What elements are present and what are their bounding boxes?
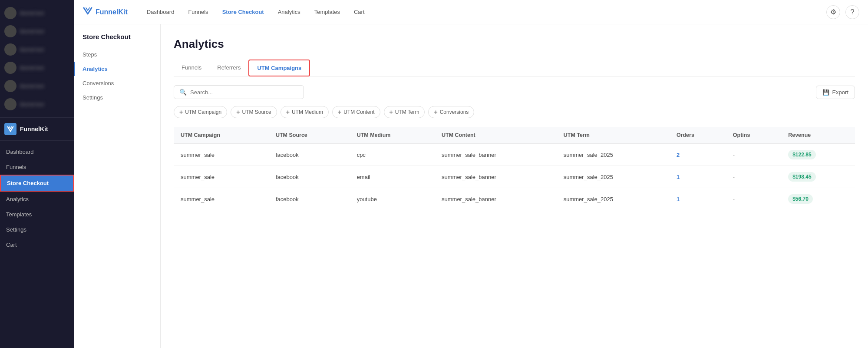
col-header-utm-campaign: UTM Campaign	[174, 127, 269, 144]
sidebar-item-label-dashboard: Dashboard	[6, 149, 34, 155]
sidebar-item-analytics[interactable]: Analytics	[0, 192, 74, 207]
chip-utm-content[interactable]: + UTM Content	[332, 106, 380, 118]
orders-link[interactable]: 1	[677, 174, 680, 180]
sidebar-item-settings[interactable]: Settings	[0, 222, 74, 237]
tab-utm-campaigns[interactable]: UTM Campaigns	[248, 60, 310, 76]
chip-conversions[interactable]: + Conversions	[428, 106, 474, 118]
sidebar-top-section: blurred text blurred text blurred text b…	[0, 0, 74, 118]
chip-plus-utm-term: +	[389, 109, 393, 116]
cell-orders[interactable]: 2	[670, 144, 726, 166]
avatar-5	[4, 80, 17, 92]
chip-label-utm-medium: UTM Medium	[292, 109, 323, 115]
chip-label-utm-campaign: UTM Campaign	[185, 109, 221, 115]
topnav-link-funnels[interactable]: Funnels	[182, 5, 214, 19]
sidebar-item-store-checkout[interactable]: Store Checkout	[0, 175, 74, 192]
search-export-row: 🔍 💾 Export	[174, 85, 855, 99]
chip-utm-source[interactable]: + UTM Source	[231, 106, 277, 118]
help-button[interactable]: ?	[845, 5, 859, 19]
tab-referrers[interactable]: Referrers	[209, 60, 248, 76]
cell-utm-source: facebook	[269, 144, 350, 166]
sidebar-item-label-cart: Cart	[6, 242, 17, 248]
orders-link[interactable]: 2	[677, 152, 680, 158]
search-box[interactable]: 🔍	[174, 85, 304, 99]
chip-plus-utm-campaign: +	[179, 109, 183, 116]
avatar-6	[4, 98, 17, 110]
topnav-link-dashboard[interactable]: Dashboard	[141, 5, 181, 19]
avatar-label-2: blurred text	[20, 29, 44, 34]
cell-utm-content: summer_sale_banner	[435, 144, 557, 166]
topnav-link-cart[interactable]: Cart	[348, 5, 371, 19]
sidebar-brand[interactable]: FunnelKit	[0, 118, 74, 141]
dash-value: -	[733, 196, 735, 202]
cell-utm-campaign: summer_sale	[174, 188, 269, 210]
settings-button[interactable]: ⚙	[826, 5, 840, 19]
chip-label-utm-term: UTM Term	[395, 109, 419, 115]
secondary-nav-steps[interactable]: Steps	[74, 47, 160, 62]
settings-icon: ⚙	[830, 8, 836, 16]
logo-text-part2: Kit	[118, 8, 127, 16]
avatar-row-6: blurred text	[4, 96, 69, 112]
brand-icon	[4, 123, 17, 135]
topnav-logo[interactable]: FunnelKit	[83, 6, 128, 18]
secondary-nav-conversions[interactable]: Conversions	[74, 76, 160, 90]
avatar-row-5: blurred text	[4, 78, 69, 94]
sidebar-item-cart[interactable]: Cart	[0, 237, 74, 252]
tab-funnels[interactable]: Funnels	[174, 60, 209, 76]
col-header-utm-content: UTM Content	[435, 127, 557, 144]
cell-orders[interactable]: 1	[670, 188, 726, 210]
tabs-row: Funnels Referrers UTM Campaigns	[174, 60, 855, 76]
chip-utm-medium[interactable]: + UTM Medium	[281, 106, 329, 118]
dash-value: -	[733, 174, 735, 180]
logo-icon	[83, 6, 93, 18]
table-row: summer_salefacebookcpcsummer_sale_banner…	[174, 144, 855, 166]
topnav-link-templates[interactable]: Templates	[308, 5, 346, 19]
secondary-sidebar: Store Checkout Steps Analytics Conversio…	[74, 24, 161, 348]
search-icon: 🔍	[179, 89, 187, 96]
avatar-row-4: blurred text	[4, 60, 69, 76]
main-wrapper: FunnelKit Dashboard Funnels Store Checko…	[74, 0, 868, 348]
topnav-logo-text: FunnelKit	[96, 8, 128, 16]
sidebar-nav: Dashboard Funnels Store Checkout Analyti…	[0, 141, 74, 348]
table-header-row: UTM Campaign UTM Source UTM Medium UTM C…	[174, 127, 855, 144]
topnav-link-store-checkout[interactable]: Store Checkout	[216, 5, 270, 19]
secondary-nav-analytics[interactable]: Analytics	[74, 62, 160, 76]
chip-plus-utm-content: +	[338, 109, 341, 116]
chip-plus-utm-medium: +	[286, 109, 290, 116]
export-button[interactable]: 💾 Export	[816, 86, 855, 99]
avatar-row-2: blurred text	[4, 23, 69, 39]
cell-utm-medium: email	[350, 166, 435, 188]
topnav: FunnelKit Dashboard Funnels Store Checko…	[74, 0, 868, 24]
sidebar-item-label-analytics: Analytics	[6, 196, 29, 202]
left-sidebar: blurred text blurred text blurred text b…	[0, 0, 74, 348]
chip-label-utm-content: UTM Content	[343, 109, 374, 115]
sidebar-item-label-settings: Settings	[6, 226, 26, 233]
cell-optins: -	[726, 188, 781, 210]
avatar-label-3: blurred text	[20, 47, 44, 52]
avatar-1	[4, 7, 17, 19]
sidebar-avatars: blurred text blurred text blurred text b…	[4, 5, 69, 112]
avatar-row-3: blurred text	[4, 42, 69, 57]
filter-chips: + UTM Campaign + UTM Source + UTM Medium…	[174, 106, 855, 118]
chip-utm-term[interactable]: + UTM Term	[384, 106, 425, 118]
cell-revenue: $198.45	[781, 166, 855, 188]
sidebar-item-templates[interactable]: Templates	[0, 207, 74, 222]
avatar-label-6: blurred text	[20, 102, 44, 107]
col-header-utm-medium: UTM Medium	[350, 127, 435, 144]
col-header-orders: Orders	[670, 127, 726, 144]
avatar-2	[4, 25, 17, 37]
search-input[interactable]	[190, 89, 298, 96]
sidebar-item-funnels[interactable]: Funnels	[0, 159, 74, 175]
dash-value: -	[733, 152, 735, 158]
cell-utm-medium: youtube	[350, 188, 435, 210]
chip-utm-campaign[interactable]: + UTM Campaign	[174, 106, 227, 118]
brand-label: FunnelKit	[20, 126, 48, 133]
chip-label-conversions: Conversions	[440, 109, 469, 115]
secondary-nav-settings[interactable]: Settings	[74, 90, 160, 105]
cell-utm-campaign: summer_sale	[174, 166, 269, 188]
orders-link[interactable]: 1	[677, 196, 680, 202]
cell-orders[interactable]: 1	[670, 166, 726, 188]
sidebar-item-dashboard[interactable]: Dashboard	[0, 144, 74, 159]
cell-revenue: $56.70	[781, 188, 855, 210]
topnav-link-analytics[interactable]: Analytics	[272, 5, 307, 19]
avatar-label-5: blurred text	[20, 83, 44, 89]
